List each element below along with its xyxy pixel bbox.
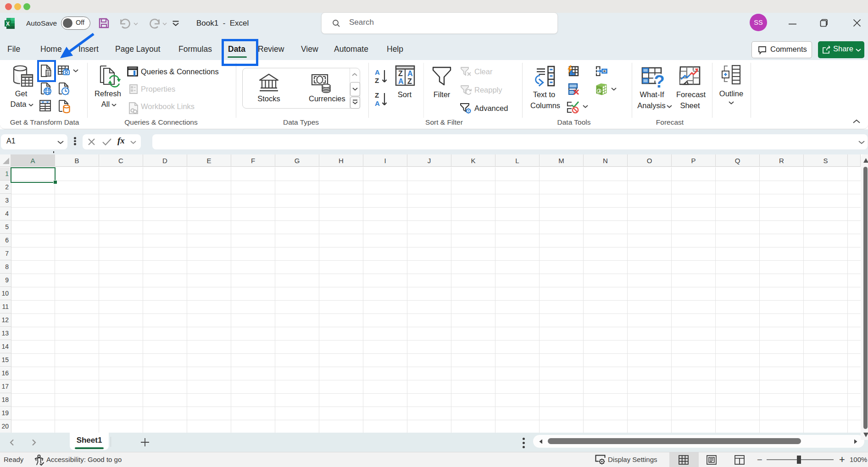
svg-text:Z: Z (375, 92, 379, 99)
svg-text:?: ? (654, 72, 664, 90)
svg-text:A: A (375, 69, 380, 76)
svg-text:Z: Z (398, 70, 403, 77)
svg-text:Z: Z (407, 77, 412, 85)
svg-text:X: X (6, 21, 10, 27)
svg-text:A: A (407, 70, 413, 77)
svg-text:A: A (375, 99, 380, 107)
svg-text:A: A (398, 77, 404, 85)
svg-text:Z: Z (375, 77, 379, 84)
